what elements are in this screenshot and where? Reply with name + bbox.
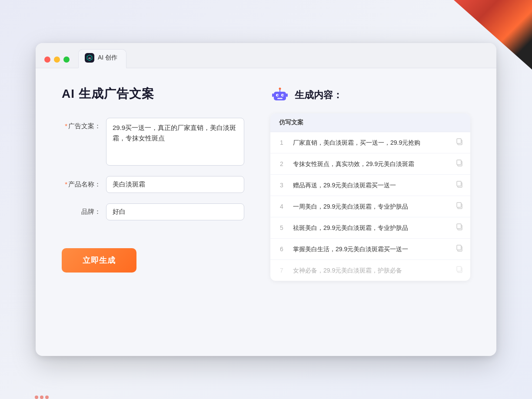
tab-title: AI 创作 bbox=[98, 54, 117, 62]
svg-rect-10 bbox=[272, 93, 274, 97]
table-row: 1厂家直销，美白淡斑霜，买一送一，29.9元抢购 bbox=[270, 132, 470, 153]
browser-window: AI AI 创作 AI 生成广告文案 *广告文案： *产品名称： bbox=[36, 43, 496, 356]
row-text: 厂家直销，美白淡斑霜，买一送一，29.9元抢购 bbox=[293, 138, 449, 147]
svg-rect-19 bbox=[457, 203, 461, 207]
row-number: 4 bbox=[277, 203, 286, 210]
copy-icon[interactable] bbox=[456, 244, 463, 254]
active-tab[interactable]: AI AI 创作 bbox=[78, 49, 126, 68]
brand-group: 品牌： bbox=[62, 203, 244, 220]
ad-required-star: * bbox=[65, 122, 67, 130]
table-row: 7女神必备，29.9元美白淡斑霜，护肤必备 bbox=[270, 260, 470, 281]
copy-icon[interactable] bbox=[456, 138, 463, 147]
bg-decoration-bl bbox=[35, 396, 49, 399]
copy-icon[interactable] bbox=[456, 202, 463, 211]
robot-icon bbox=[270, 86, 289, 105]
product-name-label: *产品名称： bbox=[62, 176, 101, 189]
generate-button[interactable]: 立即生成 bbox=[62, 248, 136, 273]
svg-rect-25 bbox=[457, 266, 461, 271]
result-title: 生成内容： bbox=[295, 89, 342, 102]
row-number: 5 bbox=[277, 224, 286, 231]
ad-copy-group: *广告文案： bbox=[62, 118, 244, 166]
svg-rect-13 bbox=[457, 139, 461, 143]
row-number: 2 bbox=[277, 160, 286, 167]
row-text: 祛斑美白，29.9元美白淡斑霜，专业护肤品 bbox=[293, 223, 449, 233]
ai-logo-icon: AI bbox=[85, 53, 94, 63]
right-panel: 生成内容： 仿写文案 1厂家直销，美白淡斑霜，买一送一，29.9元抢购 2专抹女… bbox=[270, 86, 470, 281]
svg-rect-7 bbox=[277, 98, 283, 99]
brand-label: 品牌： bbox=[62, 203, 101, 216]
table-row: 5祛斑美白，29.9元美白淡斑霜，专业护肤品 bbox=[270, 217, 470, 239]
svg-point-6 bbox=[283, 95, 284, 96]
result-rows-container: 1厂家直销，美白淡斑霜，买一送一，29.9元抢购 2专抹女性斑点，真实功效，29… bbox=[270, 132, 470, 281]
row-text: 掌握美白生活，29.9元美白淡斑霜买一送一 bbox=[293, 245, 449, 254]
row-text: 专抹女性斑点，真实功效，29.9元美白淡斑霜 bbox=[293, 160, 449, 169]
svg-rect-17 bbox=[457, 181, 461, 186]
row-number: 7 bbox=[277, 267, 286, 274]
copy-icon[interactable] bbox=[456, 223, 463, 233]
brand-input[interactable] bbox=[106, 203, 244, 220]
window-controls bbox=[44, 57, 70, 63]
svg-rect-15 bbox=[457, 160, 461, 165]
minimize-button[interactable] bbox=[54, 57, 60, 63]
page-title: AI 生成广告文案 bbox=[62, 86, 244, 102]
svg-point-9 bbox=[279, 88, 281, 90]
svg-text:AI: AI bbox=[88, 57, 91, 60]
row-text: 女神必备，29.9元美白淡斑霜，护肤必备 bbox=[293, 266, 449, 275]
row-number: 3 bbox=[277, 182, 286, 189]
product-required-star: * bbox=[65, 180, 67, 188]
svg-rect-11 bbox=[286, 93, 288, 97]
row-number: 6 bbox=[277, 246, 286, 253]
row-text: 一周美白，29.9元美白淡斑霜，专业护肤品 bbox=[293, 202, 449, 211]
maximize-button[interactable] bbox=[63, 57, 70, 63]
table-row: 4一周美白，29.9元美白淡斑霜，专业护肤品 bbox=[270, 196, 470, 217]
svg-rect-21 bbox=[457, 224, 461, 229]
svg-point-5 bbox=[277, 95, 279, 96]
table-header: 仿写文案 bbox=[270, 113, 470, 132]
title-bar: AI AI 创作 bbox=[36, 43, 496, 68]
row-text: 赠品再送，29.9元美白淡斑霜买一送一 bbox=[293, 181, 449, 190]
copy-icon[interactable] bbox=[456, 180, 463, 190]
main-content: AI 生成广告文案 *广告文案： *产品名称： 品牌： 立 bbox=[36, 68, 496, 298]
product-name-group: *产品名称： bbox=[62, 176, 244, 193]
result-table: 仿写文案 1厂家直销，美白淡斑霜，买一送一，29.9元抢购 2专抹女性斑点，真实… bbox=[270, 113, 470, 281]
svg-rect-23 bbox=[457, 245, 461, 250]
copy-icon[interactable] bbox=[456, 159, 463, 169]
table-row: 6掌握美白生活，29.9元美白淡斑霜买一送一 bbox=[270, 239, 470, 260]
table-row: 2专抹女性斑点，真实功效，29.9元美白淡斑霜 bbox=[270, 153, 470, 175]
row-number: 1 bbox=[277, 139, 286, 146]
left-panel: AI 生成广告文案 *广告文案： *产品名称： 品牌： 立 bbox=[62, 86, 244, 281]
product-name-input[interactable] bbox=[106, 176, 244, 193]
ad-copy-input[interactable] bbox=[106, 118, 244, 166]
table-row: 3赠品再送，29.9元美白淡斑霜买一送一 bbox=[270, 175, 470, 196]
copy-icon[interactable] bbox=[456, 266, 463, 275]
result-header: 生成内容： bbox=[270, 86, 470, 105]
ad-copy-label: *广告文案： bbox=[62, 118, 101, 130]
close-button[interactable] bbox=[44, 57, 50, 63]
